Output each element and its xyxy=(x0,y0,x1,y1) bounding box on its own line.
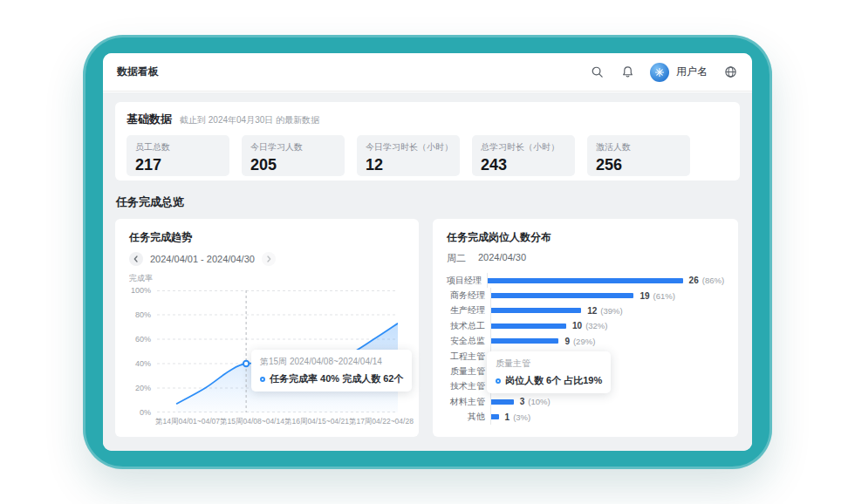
dashboard-content: 基础数据 截止到 2024年04月30日 的最新数据 员工总数217今日学习人数… xyxy=(103,92,752,451)
bar-track: 1(3%) xyxy=(490,410,724,425)
bar[interactable] xyxy=(491,399,514,405)
basic-data-title: 基础数据 xyxy=(127,112,172,127)
bar-category-label: 商务经理 xyxy=(447,289,490,302)
stat-box: 激活人数256 xyxy=(587,135,690,176)
bar[interactable] xyxy=(491,293,633,298)
x-tick-label: 第17周04/22~04/28 xyxy=(349,417,414,427)
bar-category-label: 技术主管 xyxy=(447,380,490,392)
basic-data-card: 基础数据 截止到 2024年04月30日 的最新数据 员工总数217今日学习人数… xyxy=(115,102,740,180)
stat-value: 256 xyxy=(596,156,681,174)
stat-label: 总学习时长（小时） xyxy=(481,141,566,153)
bar-value: 3 xyxy=(520,397,525,406)
x-tick-label: 第16周04/15~04/21 xyxy=(284,417,349,427)
bar[interactable] xyxy=(491,414,499,419)
trend-tooltip-week: 第15周 2024/04/08~2024/04/14 xyxy=(260,356,403,368)
bar-value: 12 xyxy=(587,306,597,316)
y-axis-title: 完成率 xyxy=(129,273,405,284)
stat-label: 激活人数 xyxy=(596,141,681,153)
x-tick-label: 第15周04/08~04/14 xyxy=(220,417,284,427)
charts-row: 任务完成趋势 2024/04/01 - 2024/04/30 完成率 xyxy=(115,219,740,437)
trend-tooltip-text: 任务完成率 40% 完成人数 62个 xyxy=(270,372,403,385)
stat-label: 今日学习人数 xyxy=(250,141,336,153)
stat-label: 员工总数 xyxy=(135,141,221,153)
distribution-date-row: 周二 2024/04/30 xyxy=(447,252,724,265)
stat-value: 217 xyxy=(135,156,221,174)
y-tick-label: 60% xyxy=(135,335,151,344)
distribution-chart-card: 任务完成岗位人数分布 周二 2024/04/30 项目经理26(86%)商务经理… xyxy=(433,219,738,437)
bar-category-label: 其他 xyxy=(447,411,490,423)
dashboard-screen: 数据看板 用户名 基础数据 xyxy=(103,53,752,451)
bar-category-label: 项目经理 xyxy=(447,275,487,287)
bar-row[interactable]: 项目经理26(86%) xyxy=(447,273,724,288)
stat-value: 243 xyxy=(481,156,566,174)
trend-chart-card: 任务完成趋势 2024/04/01 - 2024/04/30 完成率 xyxy=(115,219,419,437)
language-globe-icon[interactable] xyxy=(722,65,738,80)
stat-box: 今日学习时长（小时）12 xyxy=(357,135,460,176)
bar-category-label: 生产经理 xyxy=(447,304,490,317)
bar-row[interactable]: 生产经理12(39%) xyxy=(447,303,724,318)
tablet-frame: 数据看板 用户名 基础数据 xyxy=(83,35,772,469)
y-tick-label: 20% xyxy=(135,384,151,392)
bar-track: 26(86%) xyxy=(487,273,724,288)
bar-track: 9(29%) xyxy=(490,334,724,349)
x-tick-label: 第14周04/01~04/07 xyxy=(155,417,220,427)
distribution-tooltip-text: 岗位人数 6个 占比19% xyxy=(505,374,602,387)
basic-data-header: 基础数据 截止到 2024年04月30日 的最新数据 xyxy=(127,112,728,127)
bar-value: 1 xyxy=(505,412,510,422)
bar-percent: (32%) xyxy=(585,321,607,330)
bar[interactable] xyxy=(491,308,581,313)
stat-label: 今日学习时长（小时） xyxy=(366,141,451,153)
bar-row[interactable]: 其他1(3%) xyxy=(447,410,724,425)
topbar-actions: 用户名 xyxy=(589,63,738,82)
bar-row[interactable]: 材料主管3(10%) xyxy=(447,394,724,409)
notification-bell-icon[interactable] xyxy=(619,65,635,80)
y-tick-label: 40% xyxy=(135,359,151,368)
distribution-tooltip: 质量主管 岗位人数 6个 占比19% xyxy=(487,351,611,393)
page-title: 数据看板 xyxy=(117,65,159,79)
bar-row[interactable]: 安全总监9(29%) xyxy=(447,334,724,349)
bar-percent: (39%) xyxy=(600,306,622,316)
bar-percent: (61%) xyxy=(653,291,675,301)
trend-tooltip: 第15周 2024/04/08~2024/04/14 任务完成率 40% 完成人… xyxy=(251,350,412,392)
series-dot-icon xyxy=(260,377,265,382)
bar-chart-area[interactable]: 项目经理26(86%)商务经理19(61%)生产经理12(39%)技术总工10(… xyxy=(447,273,724,425)
username-label[interactable]: 用户名 xyxy=(676,65,708,79)
distribution-tooltip-detail: 岗位人数 6个 占比19% xyxy=(496,374,602,387)
next-range-button[interactable] xyxy=(262,252,276,266)
bar-category-label: 材料主管 xyxy=(447,396,490,408)
stat-box: 今日学习人数205 xyxy=(242,135,345,176)
bar-track: 3(10%) xyxy=(490,394,724,409)
bar-category-label: 工程主管 xyxy=(447,351,490,363)
prev-range-button[interactable] xyxy=(129,252,143,266)
bar-category-label: 安全总监 xyxy=(447,335,490,347)
distribution-tooltip-title: 质量主管 xyxy=(496,358,602,370)
y-axis-ticks: 100%80%60%40%20%0% xyxy=(129,290,157,412)
y-tick-label: 0% xyxy=(140,408,151,417)
series-dot-icon xyxy=(496,378,501,384)
trend-chart-area[interactable]: 完成率 100%80%60%40%20%0% 第14周04/01~04/07第1… xyxy=(129,273,405,427)
bar[interactable] xyxy=(491,338,558,344)
stat-box: 总学习时长（小时）243 xyxy=(472,135,575,176)
search-icon[interactable] xyxy=(589,65,605,80)
stat-box: 员工总数217 xyxy=(127,135,229,176)
user-avatar[interactable] xyxy=(650,63,669,82)
bar[interactable] xyxy=(491,324,566,329)
bar-value: 26 xyxy=(689,276,699,285)
bar-row[interactable]: 技术总工10(32%) xyxy=(447,318,724,333)
stats-row: 员工总数217今日学习人数205今日学习时长（小时）12总学习时长（小时）243… xyxy=(127,135,728,176)
distribution-card-title: 任务完成岗位人数分布 xyxy=(447,230,724,245)
y-tick-label: 80% xyxy=(135,310,151,319)
bar-value: 10 xyxy=(572,321,582,330)
x-axis-ticks: 第14周04/01~04/07第15周04/08~04/14第16周04/15~… xyxy=(155,417,405,427)
trend-tooltip-detail: 任务完成率 40% 完成人数 62个 xyxy=(260,372,403,385)
bar-value: 9 xyxy=(564,337,570,346)
trend-card-title: 任务完成趋势 xyxy=(129,230,405,245)
bar-percent: (86%) xyxy=(702,276,724,285)
bar-category-label: 质量主管 xyxy=(447,365,490,378)
stat-value: 205 xyxy=(250,156,336,174)
bar-row[interactable]: 商务经理19(61%) xyxy=(447,288,724,303)
bar-percent: (10%) xyxy=(528,397,550,406)
topbar: 数据看板 用户名 xyxy=(103,53,752,92)
bar[interactable] xyxy=(488,278,683,283)
bar-percent: (29%) xyxy=(573,337,595,346)
